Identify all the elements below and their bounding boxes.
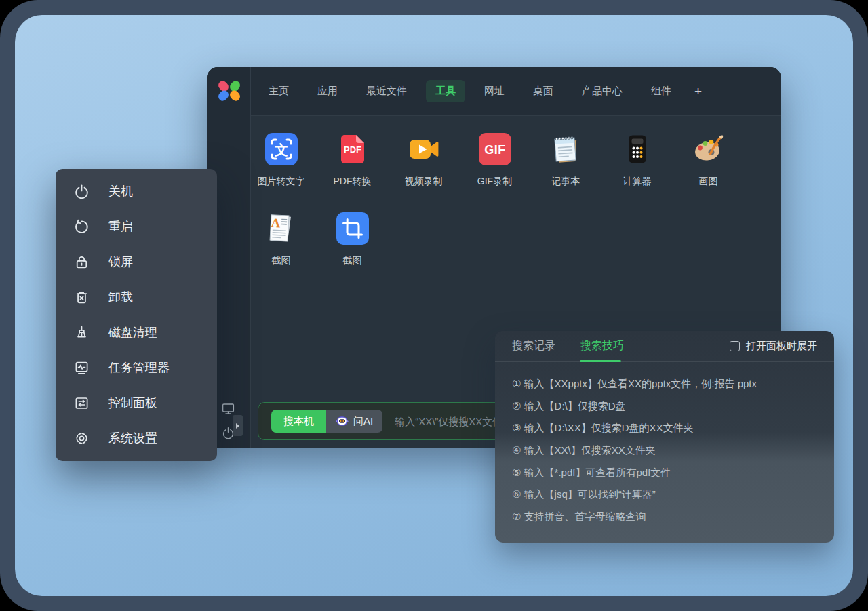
logo-petal-orange [228, 89, 241, 103]
menu-label: 任务管理器 [108, 359, 170, 376]
tab-urls[interactable]: 网址 [475, 80, 514, 102]
search-local-button[interactable]: 搜本机 [271, 410, 326, 433]
tab-search-tips[interactable]: 搜索技巧 [580, 339, 624, 353]
crop-icon [336, 212, 369, 245]
tool-label: GIF录制 [477, 176, 512, 188]
tips-list: ① 输入【XXpptx】仅查看XX的pptx文件，例:报告 pptx ② 输入【… [495, 362, 834, 528]
expand-on-open-option[interactable]: 打开面板时展开 [730, 340, 817, 353]
pdf-icon: PDF [336, 133, 369, 165]
lock-icon [73, 254, 90, 271]
menu-label: 卸载 [108, 289, 133, 305]
menu-item-control-panel[interactable]: 控制面板 [56, 385, 217, 420]
tool-label: 画图 [699, 176, 718, 188]
tool-label: 计算器 [623, 176, 652, 188]
tab-search-history[interactable]: 搜索记录 [512, 339, 555, 353]
menu-item-shutdown[interactable]: 关机 [56, 174, 217, 209]
ask-ai-button[interactable]: 问AI [326, 410, 382, 433]
tool-label: 截图 [272, 255, 291, 267]
logo-petal-blue [216, 89, 230, 103]
tool-label: 记事本 [552, 176, 580, 188]
notepad-icon [550, 133, 583, 165]
menu-label: 磁盘清理 [108, 324, 157, 340]
svg-text:GIF: GIF [484, 143, 506, 157]
svg-text:PDF: PDF [344, 144, 361, 155]
search-tip: ② 输入【D:\】仅搜索D盘 [512, 395, 817, 418]
gif-record-icon: GIF [479, 133, 511, 165]
active-tab-underline [580, 360, 621, 362]
tool-label: 图片转文字 [258, 176, 305, 188]
menu-item-restart[interactable]: 重启 [56, 209, 217, 244]
menu-label: 控制面板 [108, 395, 157, 411]
power-icon [73, 183, 90, 200]
search-tip: ⑥ 输入【jsq】可以找到“计算器” [512, 484, 817, 506]
settings-gear-icon [73, 430, 90, 447]
search-tips-panel: 搜索记录 搜索技巧 打开面板时展开 ① 输入【XXpptx】仅查看XX的pptx… [495, 331, 834, 543]
svg-text:文: 文 [274, 142, 288, 157]
ocr-icon: 文 [265, 133, 298, 165]
checkbox-unchecked[interactable] [730, 341, 740, 351]
search-tip: ① 输入【XXpptx】仅查看XX的pptx文件，例:报告 pptx [512, 373, 817, 395]
tools-grid-row-1: 文 图片转文字 PDF PDF转换 视频录制 GIF [245, 133, 744, 188]
tab-desktop[interactable]: 桌面 [524, 80, 563, 102]
search-tip: ⑦ 支持拼音、首字母缩略查询 [512, 506, 817, 528]
tool-pdf-convert[interactable]: PDF PDF转换 [317, 133, 388, 188]
tool-gif-record[interactable]: GIF GIF录制 [459, 133, 530, 188]
control-panel-icon [73, 395, 90, 412]
menu-item-uninstall[interactable]: 卸载 [56, 279, 217, 315]
tool-label: 视频录制 [405, 176, 443, 188]
disk-cleanup-icon [73, 324, 90, 341]
robot-icon [336, 416, 349, 427]
search-mode-switch: 搜本机 问AI [271, 410, 382, 433]
tool-notepad[interactable]: 记事本 [530, 133, 601, 188]
tool-screenshot-crop[interactable]: 截图 [317, 212, 388, 267]
app-logo-icon[interactable] [219, 81, 239, 101]
expand-arrow-tab[interactable] [233, 415, 243, 436]
menu-label: 系统设置 [108, 430, 157, 446]
tool-label: 截图 [343, 255, 362, 267]
menu-item-task-manager[interactable]: 任务管理器 [56, 350, 217, 385]
tab-product-center[interactable]: 产品中心 [572, 80, 632, 102]
search-tip: ③ 输入【D:\XX】仅搜索D盘的XX文件夹 [512, 417, 817, 439]
tab-widgets[interactable]: 组件 [642, 80, 681, 102]
svg-text:A: A [271, 216, 281, 231]
menu-item-lock-screen[interactable]: 锁屏 [56, 244, 217, 279]
paint-icon [692, 133, 725, 165]
calculator-icon [621, 133, 654, 165]
menu-item-system-settings[interactable]: 系统设置 [56, 420, 217, 456]
wordpad-icon: A [265, 212, 298, 245]
restart-icon [73, 218, 90, 235]
task-manager-icon [73, 359, 90, 376]
tool-screenshot-doc[interactable]: A 截图 [245, 212, 317, 267]
tool-calculator[interactable]: 计算器 [601, 133, 673, 188]
ask-ai-label: 问AI [353, 415, 373, 428]
uninstall-trash-icon [73, 289, 90, 306]
main-tab-bar: 主页 应用 最近文件 工具 网址 桌面 产品中心 组件 + [259, 80, 706, 102]
tab-recent-files[interactable]: 最近文件 [357, 80, 416, 102]
menu-label: 锁屏 [108, 254, 133, 270]
search-tip: ⑤ 输入【*.pdf】可查看所有pdf文件 [512, 462, 817, 484]
tool-video-record[interactable]: 视频录制 [388, 133, 459, 188]
tool-paint[interactable]: 画图 [673, 133, 744, 188]
tips-panel-header: 搜索记录 搜索技巧 打开面板时展开 [495, 331, 834, 362]
checkbox-label: 打开面板时展开 [746, 340, 817, 353]
tool-ocr[interactable]: 文 图片转文字 [245, 133, 317, 188]
tab-apps[interactable]: 应用 [308, 80, 347, 102]
search-tip: ④ 输入【XX\】仅搜索XX文件夹 [512, 439, 817, 462]
add-tab-button[interactable]: + [690, 81, 706, 102]
menu-label: 重启 [108, 218, 133, 235]
tab-tools[interactable]: 工具 [426, 80, 465, 102]
tab-home[interactable]: 主页 [259, 80, 298, 102]
power-context-menu: 关机 重启 锁屏 卸载 [56, 169, 217, 461]
tool-label: PDF转换 [334, 176, 372, 188]
menu-label: 关机 [108, 183, 133, 199]
menu-item-disk-cleanup[interactable]: 磁盘清理 [56, 315, 217, 350]
video-record-icon [408, 133, 440, 165]
tools-grid-row-2: A 截图 截图 [245, 212, 388, 267]
window-header: 主页 应用 最近文件 工具 网址 桌面 产品中心 组件 + [251, 67, 781, 116]
